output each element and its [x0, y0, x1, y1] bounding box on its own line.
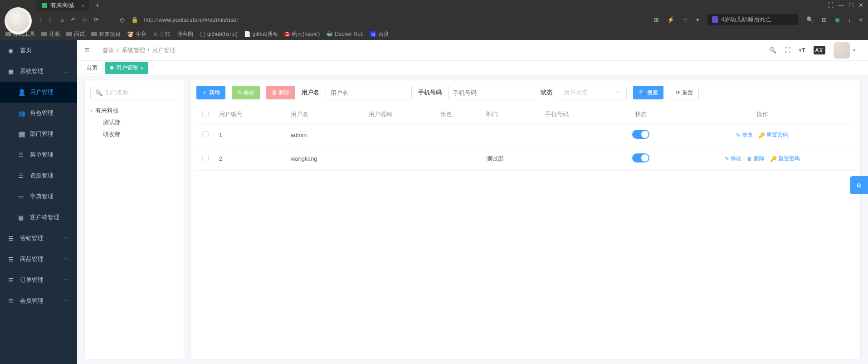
user-avatar[interactable]: ▾ [834, 42, 850, 59]
dashboard-icon: ◉ [8, 47, 15, 54]
tree-root[interactable]: ▾ 有来科技 [90, 105, 178, 117]
search-icon[interactable]: 🔍 [769, 47, 776, 54]
download-icon[interactable]: ↓ [848, 16, 851, 23]
breadcrumb-item[interactable]: 系统管理 [122, 46, 145, 54]
row-checkbox[interactable] [202, 155, 209, 161]
window-minimize-icon[interactable]: — [838, 2, 844, 9]
dept-search-input[interactable]: 🔍 部门名称 [90, 86, 178, 99]
menu-down-icon[interactable]: ▾ [696, 16, 699, 23]
bookmark-item[interactable]: 🐮牛客 [127, 30, 146, 38]
settings-fab[interactable]: ⚙ [850, 176, 868, 194]
user-list-panel: ＋ 新增 ✎ 修改 🗑 删除 用户名 手机号码 状态 用户状态 ﹀ 🔍 搜索 ⟳… [190, 80, 861, 359]
nav-undo-icon[interactable]: ↶ [71, 16, 76, 23]
sidebar-sub-dict[interactable]: ▭字典管理 [0, 186, 77, 207]
bookmark-item[interactable]: 🐳Docker Hub [326, 31, 363, 37]
bookmark-item[interactable]: G码云(haoxr) [284, 30, 320, 38]
sidebar-item-member[interactable]: ☰ 会员管理 ﹀ [0, 290, 77, 311]
cell-nickname [364, 147, 436, 171]
apps-icon[interactable]: ⊞ [822, 16, 827, 23]
sidebar-sub-resource[interactable]: ☰资源管理 [0, 165, 77, 186]
bookmark-item[interactable]: 百百度 [370, 30, 389, 38]
lang-icon[interactable]: A文 [814, 46, 825, 54]
nav-forward-icon[interactable]: 〉 [49, 15, 54, 24]
qr-icon[interactable]: ⊞ [654, 16, 659, 23]
sidebar-sub-label: 菜单管理 [30, 151, 54, 159]
new-tab-button[interactable]: + [93, 1, 102, 10]
globe-icon[interactable]: ◉ [835, 16, 840, 23]
bookmark-item[interactable]: 📄github博客 [244, 30, 278, 38]
status-select[interactable]: 用户状态 ﹀ [559, 86, 627, 99]
nav-star-icon[interactable]: ☆ [82, 16, 88, 23]
role-icon: 👥 [18, 110, 24, 116]
nav-back-icon[interactable]: 〈 [36, 15, 42, 24]
username-input[interactable] [326, 86, 412, 99]
bookmark-item[interactable]: 面试 [66, 30, 85, 38]
sidebar-sub-user[interactable]: 👤用户管理 [0, 82, 77, 103]
reset-button[interactable]: ⟳ 重置 [670, 86, 699, 99]
sidebar-sub-client[interactable]: ▤客户端管理 [0, 207, 77, 228]
sidebar-item-system[interactable]: ▦ 系统管理 ︿ [0, 61, 77, 82]
edit-button[interactable]: ✎ 修改 [232, 86, 260, 99]
tree-child[interactable]: 测试部 [90, 117, 178, 128]
status-placeholder: 用户状态 [564, 89, 587, 97]
close-tab-icon[interactable]: × [141, 65, 143, 71]
row-edit-link[interactable]: ✎ 修改 [736, 131, 753, 139]
close-tab-icon[interactable]: × [81, 2, 85, 9]
star-icon[interactable]: ☆ [683, 16, 688, 23]
more-icon[interactable]: ≡ [859, 16, 863, 23]
search-button[interactable]: 🔍 搜索 [633, 86, 663, 99]
breadcrumb-item[interactable]: 首页 [102, 46, 114, 54]
nav-lock-icon[interactable]: 🔒 [131, 16, 138, 23]
bookmark-item[interactable]: ⚔力扣 [153, 30, 171, 38]
nav-home-icon[interactable]: ⌂ [61, 16, 64, 23]
url-bar[interactable]: http://www.youlai.store/#/admin/user [142, 15, 446, 25]
select-all-checkbox[interactable] [202, 111, 209, 117]
tab-user-mgmt[interactable]: 用户管理 × [105, 62, 148, 74]
sidebar-item-home[interactable]: ◉ 首页 [0, 40, 77, 61]
window-close-icon[interactable]: ✕ [858, 2, 863, 9]
breadcrumb: 首页/ 系统管理/ 用户管理 [102, 46, 176, 54]
flash-icon[interactable]: ⚡ [667, 16, 674, 23]
row-checkbox[interactable] [202, 131, 209, 138]
sidebar-item-label: 商品管理 [20, 255, 44, 263]
row-edit-link[interactable]: ✎ 修改 [725, 155, 741, 162]
news-widget[interactable]: 4岁幼儿趴睡后死亡 [707, 14, 798, 25]
bookmark-item[interactable]: 开源 [41, 30, 60, 38]
list-icon: ☰ [8, 277, 15, 283]
nav-shield-icon[interactable]: ◎ [120, 16, 125, 23]
sidebar-sub-dept[interactable]: 🏢部门管理 [0, 123, 77, 144]
sidebar-item-marketing[interactable]: ☰ 营销管理 ﹀ [0, 228, 77, 249]
add-button[interactable]: ＋ 新增 [196, 86, 225, 99]
search-icon: 🔍 [95, 89, 102, 96]
tree-child[interactable]: 研发部 [90, 128, 178, 140]
status-switch[interactable] [632, 130, 649, 139]
tab-home[interactable]: 首页 [82, 62, 102, 74]
col-role: 角色 [436, 106, 482, 123]
bookmark-item[interactable]: ◯github(hxrui) [200, 31, 238, 37]
bookmark-item[interactable]: 博客园 [177, 30, 193, 38]
cell-phone [541, 123, 612, 147]
nav-reload-icon[interactable]: ⟳ [94, 16, 99, 23]
delete-button[interactable]: 🗑 删除 [266, 86, 295, 99]
window-maximize-icon[interactable]: ☐ [848, 2, 854, 9]
fullscreen-icon[interactable]: ⛶ [785, 47, 790, 54]
status-switch[interactable] [632, 153, 649, 162]
sidebar-item-orders[interactable]: ☰ 订单管理 ﹀ [0, 270, 77, 290]
sidebar-sub-role[interactable]: 👥角色管理 [0, 103, 77, 123]
window-fullscreen-icon[interactable]: ⛶ [828, 2, 834, 9]
browser-profile-avatar[interactable] [5, 7, 32, 34]
row-delete-link[interactable]: 🗑 删除 [747, 155, 765, 162]
sidebar-item-goods[interactable]: ☰ 商品管理 ﹀ [0, 249, 77, 270]
bookmark-item[interactable]: 有来项目 [91, 30, 121, 38]
row-resetpwd-link[interactable]: 🔑 重置密码 [758, 131, 788, 139]
row-resetpwd-link[interactable]: 🔑 重置密码 [770, 155, 800, 162]
tree-root-label: 有来科技 [95, 107, 119, 115]
dept-search-placeholder: 部门名称 [105, 89, 129, 97]
hamburger-icon[interactable]: ☰ [84, 47, 93, 54]
browser-tab-active[interactable]: 有来商城 × [36, 0, 89, 11]
phone-input[interactable] [448, 86, 534, 99]
sidebar-sub-menu[interactable]: ☰菜单管理 [0, 144, 77, 165]
fontsize-icon[interactable]: тT [799, 47, 805, 54]
search-small-icon[interactable]: 🔍 [806, 16, 814, 23]
chevron-down-icon: ﹀ [64, 235, 69, 242]
